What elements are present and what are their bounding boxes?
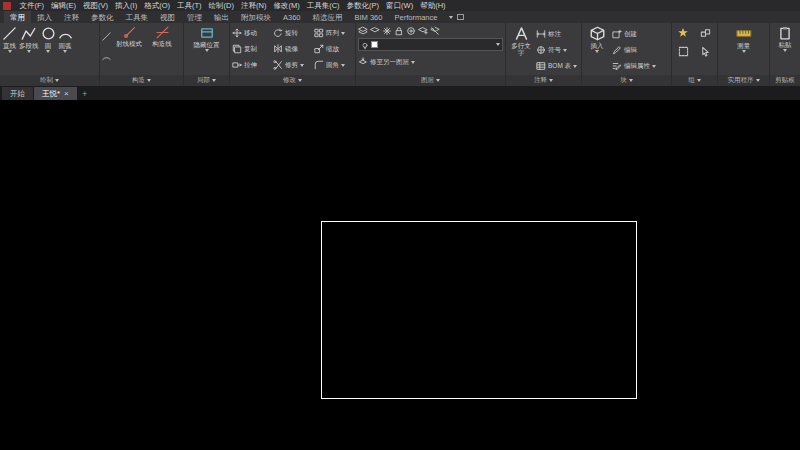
ribbon-tab-bim360[interactable]: BIM 360	[349, 11, 389, 23]
tool-copy[interactable]: 复制	[232, 41, 272, 57]
ribbon-tab-featured-apps[interactable]: 精选应用	[307, 11, 349, 23]
panel-title-draw[interactable]: 绘制	[0, 75, 99, 86]
ribbon-tab-parametric[interactable]: 参数化	[85, 11, 120, 23]
panel-title-block[interactable]: 块	[582, 75, 671, 86]
tool-move[interactable]: 移动	[232, 25, 272, 41]
ribbon-pin-icon[interactable]	[457, 14, 464, 20]
construct-line-icon[interactable]	[102, 27, 111, 45]
file-tab-start[interactable]: 开始	[2, 87, 34, 100]
menu-annotate[interactable]: 注释(N)	[238, 0, 270, 11]
bom-table-dropdown-icon[interactable]	[573, 65, 577, 68]
tool-rotate[interactable]: 旋转	[273, 25, 313, 41]
menu-insert[interactable]: 插入(I)	[112, 0, 141, 11]
insert-block-dropdown-icon[interactable]	[595, 50, 599, 53]
menu-draw[interactable]: 绘制(D)	[205, 0, 237, 11]
tool-scale[interactable]: 缩放	[314, 41, 354, 57]
fillet-dropdown-icon[interactable]	[341, 64, 345, 67]
drawing-canvas[interactable]	[0, 100, 800, 450]
tool-edit-block[interactable]: 编辑	[612, 43, 669, 57]
panel-title-modify[interactable]: 修改	[230, 75, 355, 86]
tool-dimension[interactable]: 标注	[536, 27, 579, 41]
group-select-icon[interactable]	[700, 43, 711, 61]
ribbon-tab-performance[interactable]: Performance	[388, 11, 443, 23]
mtext-icon	[514, 26, 529, 41]
edit-attributes-dropdown-icon[interactable]	[652, 65, 656, 68]
menu-parametric[interactable]: 参数化(P)	[343, 0, 383, 11]
line-dropdown-icon[interactable]	[8, 50, 12, 53]
drawn-rectangle[interactable]	[321, 221, 637, 399]
menu-tools[interactable]: 工具(T)	[174, 0, 206, 11]
panel-title-annotate-label: 注释	[534, 76, 547, 85]
tool-insert-block[interactable]: 插入	[584, 25, 610, 75]
tool-bom-table[interactable]: BOM 表	[536, 59, 579, 73]
panel-title-utilities[interactable]: 实用程序	[718, 75, 769, 86]
panel-title-partial[interactable]: 局部	[184, 75, 229, 86]
panel-title-layers[interactable]: 图层	[356, 75, 505, 86]
array-dropdown-icon[interactable]	[341, 32, 345, 35]
tool-mtext-label: 多行文字	[509, 42, 533, 56]
paste-dropdown-icon[interactable]	[783, 49, 787, 52]
menu-file[interactable]: 文件(F)	[16, 0, 48, 11]
tool-symbol[interactable]: 符号	[536, 43, 579, 57]
tool-circle[interactable]: 圆	[41, 25, 56, 75]
ribbon-tab-annotate[interactable]: 注释	[58, 11, 85, 23]
app-logo-icon[interactable]	[3, 2, 11, 10]
tool-edit-block-label: 编辑	[624, 46, 637, 55]
close-tab-icon[interactable]: ×	[64, 90, 69, 98]
panel-title-annotate[interactable]: 注释	[506, 75, 581, 86]
tool-mirror[interactable]: 镜像	[273, 41, 313, 57]
ribbon-tab-insert[interactable]: 插入	[31, 11, 58, 23]
menu-window[interactable]: 窗口(W)	[383, 0, 417, 11]
arc-dropdown-icon[interactable]	[63, 50, 67, 53]
panel-title-clipboard[interactable]: 剪贴板	[770, 75, 800, 86]
symbol-dropdown-icon[interactable]	[563, 49, 567, 52]
ribbon-tab-output[interactable]: 输出	[208, 11, 235, 23]
menu-help[interactable]: 帮助(H)	[417, 0, 449, 11]
panel-annotate-expand-icon	[549, 79, 553, 82]
tool-ray-mode[interactable]: 射线模式	[113, 25, 145, 75]
tool-edit-attributes[interactable]: 编辑属性	[612, 59, 669, 73]
ribbon-tab-addins[interactable]: 附加模块	[235, 11, 277, 23]
tool-stretch[interactable]: 拉伸	[232, 57, 272, 73]
layer-select-dropdown[interactable]	[358, 38, 503, 51]
panel-title-group[interactable]: 组	[672, 75, 717, 86]
menu-format[interactable]: 格式(O)	[141, 0, 174, 11]
tool-create-block[interactable]: 创建	[612, 27, 669, 41]
group-edit-icon[interactable]	[678, 43, 689, 61]
tool-paste[interactable]: 粘贴	[772, 25, 798, 75]
menu-view[interactable]: 视图(V)	[80, 0, 112, 11]
tool-hide-position[interactable]: 隐藏位置	[188, 25, 226, 75]
ribbon-collapse-icon[interactable]	[449, 16, 453, 19]
construct-arc-icon[interactable]	[102, 47, 111, 65]
ribbon-tab-toolsets[interactable]: 工具集	[120, 11, 155, 23]
move-to-layer-dropdown-icon[interactable]	[411, 61, 415, 64]
ribbon-tab-a360[interactable]: A360	[277, 11, 307, 23]
ribbon-tab-view[interactable]: 视图	[154, 11, 181, 23]
ribbon-tab-home[interactable]: 常用	[4, 11, 31, 23]
menu-toolsets[interactable]: 工具集(C)	[303, 0, 343, 11]
tool-measure[interactable]: 测量	[729, 25, 759, 75]
tool-arc[interactable]: 圆弧	[58, 25, 73, 75]
polyline-dropdown-icon[interactable]	[27, 50, 31, 53]
trim-dropdown-icon[interactable]	[300, 64, 304, 67]
new-drawing-tab-button[interactable]: +	[78, 87, 92, 100]
tool-move-to-layer[interactable]: 修至另一图层	[356, 52, 505, 72]
ribbon-tab-manage[interactable]: 管理	[181, 11, 208, 23]
tool-trim[interactable]: 修剪	[273, 57, 313, 73]
circle-dropdown-icon[interactable]	[46, 50, 50, 53]
hide-position-dropdown-icon[interactable]	[205, 49, 209, 52]
menu-edit[interactable]: 编辑(E)	[48, 0, 80, 11]
measure-dropdown-icon[interactable]	[742, 50, 746, 53]
tool-line[interactable]: 直线	[2, 25, 17, 75]
file-tab-drawing[interactable]: 王悦* ×	[34, 87, 78, 100]
tool-array[interactable]: 阵列	[314, 25, 354, 41]
construct-point-icon[interactable]	[102, 67, 111, 75]
tool-fillet[interactable]: 圆角	[314, 57, 354, 73]
menu-modify[interactable]: 修改(M)	[270, 0, 303, 11]
group-icon[interactable]	[677, 25, 689, 43]
tool-xline[interactable]: 构造线	[147, 25, 177, 75]
tool-mtext[interactable]: 多行文字	[508, 25, 534, 75]
tool-polyline[interactable]: 多段线	[19, 25, 39, 75]
ungroup-icon[interactable]	[700, 25, 711, 43]
panel-title-construct[interactable]: 构造	[100, 75, 183, 86]
